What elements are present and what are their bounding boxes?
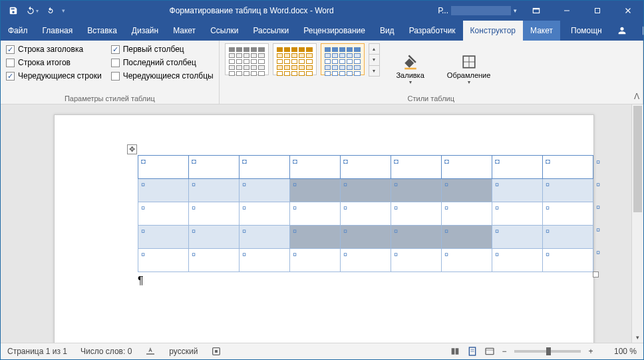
tab-insert[interactable]: Вставка: [80, 21, 124, 41]
table-cell[interactable]: ¤: [138, 226, 189, 249]
checkbox-total-row[interactable]: Строка итогов: [6, 58, 102, 67]
gallery-down-icon[interactable]: ▾: [369, 54, 379, 65]
table-cell[interactable]: ¤: [492, 179, 543, 202]
tab-layout[interactable]: Макет: [166, 21, 203, 41]
table-cell[interactable]: ¤: [391, 226, 442, 249]
zoom-out-button[interactable]: −: [498, 347, 510, 356]
table-cell[interactable]: ◘: [391, 156, 442, 179]
table-cell[interactable]: ◘: [138, 156, 189, 179]
table-cell[interactable]: ¤: [189, 226, 240, 249]
table-cell[interactable]: ¤: [341, 226, 391, 249]
share-button[interactable]: [609, 21, 635, 41]
scroll-down-icon[interactable]: ▾: [632, 331, 643, 343]
close-icon[interactable]: [613, 1, 643, 21]
table-cell[interactable]: ¤: [492, 249, 543, 272]
style-swatch-2[interactable]: [273, 43, 317, 75]
table-cell[interactable]: ¤: [442, 179, 492, 202]
ribbon-display-options-icon[interactable]: [521, 1, 552, 21]
tab-review[interactable]: Рецензирование: [296, 21, 373, 41]
table-cell[interactable]: ¤: [492, 202, 543, 226]
table-cell[interactable]: ¤: [189, 249, 240, 272]
table-cell[interactable]: ¤: [391, 249, 442, 272]
gallery-up-icon[interactable]: ▴: [369, 44, 379, 54]
table-cell[interactable]: ¤: [290, 249, 341, 272]
table-cell[interactable]: ¤: [543, 202, 593, 226]
table-cell[interactable]: ¤: [138, 202, 189, 226]
comments-button[interactable]: [635, 21, 644, 41]
zoom-slider-handle[interactable]: [546, 347, 551, 355]
gallery-more-icon[interactable]: ▾: [369, 65, 379, 76]
status-macro-icon[interactable]: [204, 346, 228, 357]
table-cell[interactable]: ◘: [492, 156, 543, 179]
document-table[interactable]: ◘◘◘◘◘◘◘◘◘¤¤¤¤¤¤¤¤¤¤¤¤¤¤¤¤¤¤¤¤¤¤¤¤¤¤¤¤¤¤¤…: [138, 155, 593, 272]
zoom-slider[interactable]: [514, 350, 581, 353]
table-cell[interactable]: ◘: [290, 156, 341, 179]
table-cell[interactable]: ◘: [189, 156, 240, 179]
table-cell[interactable]: ◘: [341, 156, 391, 179]
table-resize-handle[interactable]: [593, 271, 599, 277]
table-cell[interactable]: ¤: [442, 226, 492, 249]
tab-developer[interactable]: Разработчик: [402, 21, 463, 41]
view-web-layout-icon[interactable]: [481, 343, 498, 359]
vertical-scrollbar[interactable]: ▾: [631, 104, 643, 343]
table-cell[interactable]: ¤: [341, 202, 391, 226]
tab-references[interactable]: Ссылки: [203, 21, 245, 41]
table-cell[interactable]: ◘: [442, 156, 492, 179]
table-cell[interactable]: ¤: [189, 202, 240, 226]
style-swatch-1[interactable]: [225, 43, 269, 75]
table-cell[interactable]: ¤: [290, 202, 341, 226]
status-language[interactable]: русский: [162, 347, 204, 356]
table-cell[interactable]: ¤: [240, 179, 290, 202]
checkbox-banded-cols[interactable]: Чередующиеся столбцы: [111, 71, 214, 81]
table-cell[interactable]: ¤: [492, 226, 543, 249]
table-cell[interactable]: ¤: [240, 202, 290, 226]
document-page[interactable]: ✥ ◘◘◘◘◘◘◘◘◘¤¤¤¤¤¤¤¤¤¤¤¤¤¤¤¤¤¤¤¤¤¤¤¤¤¤¤¤¤…: [54, 114, 594, 343]
table-cell[interactable]: ¤: [138, 249, 189, 272]
scrollbar-thumb[interactable]: [633, 106, 642, 212]
table-cell[interactable]: ◘: [543, 156, 593, 179]
save-icon[interactable]: [5, 2, 22, 19]
status-page[interactable]: Страница 1 из 1: [1, 347, 74, 356]
table-cell[interactable]: ¤: [543, 249, 593, 272]
checkbox-last-col[interactable]: Последний столбец: [111, 58, 214, 67]
user-account[interactable]: Р... ▾: [438, 6, 517, 15]
table-cell[interactable]: ¤: [189, 179, 240, 202]
table-cell[interactable]: ¤: [240, 226, 290, 249]
tab-table-layout[interactable]: Макет: [523, 21, 560, 41]
table-styles-gallery[interactable]: ▴▾▾: [225, 43, 380, 93]
table-cell[interactable]: ¤: [341, 249, 391, 272]
style-swatch-3-selected[interactable]: [321, 43, 365, 75]
tab-home[interactable]: Главная: [35, 21, 80, 41]
table-cell[interactable]: ¤: [341, 179, 391, 202]
table-cell[interactable]: ◘: [240, 156, 290, 179]
table-cell[interactable]: ¤: [442, 249, 492, 272]
maximize-icon[interactable]: [582, 1, 613, 21]
view-print-layout-icon[interactable]: [464, 343, 481, 359]
status-spellcheck-icon[interactable]: [138, 346, 162, 357]
tab-design[interactable]: Дизайн: [124, 21, 166, 41]
table-move-handle[interactable]: ✥: [127, 144, 137, 154]
status-word-count[interactable]: Число слов: 0: [74, 347, 138, 356]
checkbox-first-col[interactable]: Первый столбец: [111, 45, 214, 54]
checkbox-header-row[interactable]: Строка заголовка: [6, 45, 102, 54]
table-cell[interactable]: ¤: [290, 179, 341, 202]
table-cell[interactable]: ¤: [543, 226, 593, 249]
zoom-level[interactable]: 100 %: [597, 347, 643, 356]
tab-file[interactable]: Файл: [1, 21, 35, 41]
table-cell[interactable]: ¤: [391, 202, 442, 226]
redo-icon[interactable]: [42, 2, 59, 19]
table-cell[interactable]: ¤: [138, 179, 189, 202]
checkbox-banded-rows[interactable]: Чередующиеся строки: [6, 71, 102, 81]
collapse-ribbon-icon[interactable]: ᐱ: [634, 92, 639, 101]
table-cell[interactable]: ¤: [240, 249, 290, 272]
tell-me[interactable]: Помощн: [560, 21, 609, 41]
tab-table-design[interactable]: Конструктор: [463, 21, 523, 41]
undo-icon[interactable]: ▾: [23, 2, 41, 19]
borders-button[interactable]: Обрамление ▾: [441, 43, 497, 93]
gallery-scroll[interactable]: ▴▾▾: [369, 43, 380, 77]
zoom-in-button[interactable]: +: [585, 347, 597, 356]
table-cell[interactable]: ¤: [543, 179, 593, 202]
table-cell[interactable]: ¤: [442, 202, 492, 226]
minimize-icon[interactable]: [552, 1, 582, 21]
table-cell[interactable]: ¤: [290, 226, 341, 249]
